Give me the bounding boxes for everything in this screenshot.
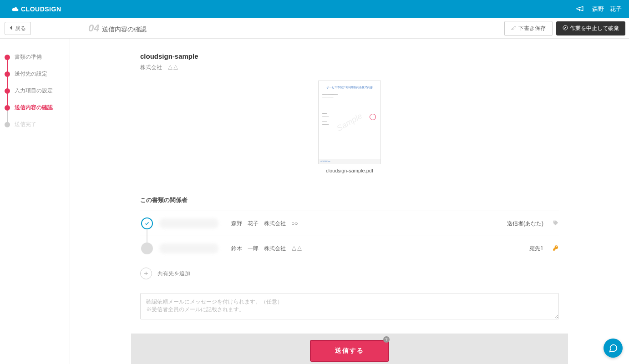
main: cloudsign-sample 株式会社 △△ サービス本製デモ利用契約条株式…	[122, 39, 577, 364]
step-item-2[interactable]: 送付先の設定	[5, 66, 70, 82]
step-label: 送信内容の確認	[15, 104, 53, 111]
back-button[interactable]: 戻る	[5, 22, 31, 35]
step-dot	[5, 88, 10, 94]
step-label: 送信完了	[15, 121, 36, 128]
subheader-left: 戻る 04 送信内容の確認	[0, 22, 147, 35]
send-bar: 送信する ?	[131, 334, 568, 364]
party-name: 森野 花子 株式会社 ○○	[224, 220, 502, 228]
parties-section-title: この書類の関係者	[140, 196, 577, 204]
step-dot	[5, 55, 10, 60]
step-dot	[5, 105, 10, 111]
page-title-area: 04 送信内容の確認	[88, 22, 147, 34]
add-share-button[interactable]	[140, 268, 152, 279]
parties-list: 森野 花子 株式会社 ○○ 送信者(あなた) 鈴木 一郎 株式会社 △△ 宛先1	[140, 211, 559, 261]
step-item-1[interactable]: 書類の準備	[5, 49, 70, 66]
party-role: 送信者(あなた)	[507, 220, 543, 228]
preview-footer: ⊙CLOUD━━	[319, 159, 380, 164]
back-label: 戻る	[15, 25, 26, 32]
add-share-label: 共有先を追加	[157, 270, 190, 278]
step-item-5: 送信完了	[5, 116, 70, 133]
subheader-right: 下書き保存 作業を中止して破棄	[504, 21, 625, 36]
party-row-recipient: 鈴木 一郎 株式会社 △△ 宛先1	[140, 236, 559, 261]
step-label: 書類の準備	[15, 53, 42, 61]
message-textarea[interactable]	[140, 293, 559, 319]
step-item-3[interactable]: 入力項目の設定	[5, 82, 70, 99]
step-label: 送付先の設定	[15, 70, 47, 78]
document-company: 株式会社 △△	[140, 64, 577, 71]
step-item-4[interactable]: 送信内容の確認	[5, 99, 70, 116]
step-list: 書類の準備 送付先の設定 入力項目の設定 送信内容の確認 送信完了	[5, 49, 70, 133]
sidebar: 書類の準備 送付先の設定 入力項目の設定 送信内容の確認 送信完了 📖 ご利用ガ…	[0, 39, 70, 364]
party-email-blurred	[159, 243, 218, 253]
party-email-blurred	[159, 218, 218, 228]
send-button-label: 送信する	[335, 347, 364, 354]
document-preview[interactable]: サービス本製デモ利用契約条株式約書 ━━━━━━━━━━━━━━━━━━━━━━…	[318, 81, 381, 164]
save-draft-button[interactable]: 下書き保存	[504, 21, 553, 36]
page-title: 送信内容の確認	[102, 25, 147, 34]
document-preview-wrap: サービス本製デモ利用契約条株式約書 ━━━━━━━━━━━━━━━━━━━━━━…	[122, 81, 577, 173]
logo-box: CLOUDSIGN	[0, 0, 70, 18]
plus-icon	[143, 271, 149, 276]
discard-label: 作業を中止して破棄	[570, 25, 619, 32]
preview-heading: サービス本製デモ利用契約条株式約書	[322, 86, 377, 90]
brand-text: CLOUDSIGN	[21, 5, 61, 13]
tag-icon[interactable]	[553, 220, 559, 228]
document-title: cloudsign-sample	[140, 52, 577, 60]
edit-icon	[511, 25, 517, 32]
send-button[interactable]: 送信する	[311, 341, 388, 361]
close-circle-icon	[563, 25, 568, 32]
stamp-circle-icon	[370, 114, 376, 120]
step-dot	[5, 122, 10, 127]
party-name: 鈴木 一郎 株式会社 △△	[224, 245, 524, 253]
help-badge-icon[interactable]: ?	[383, 336, 390, 343]
party-indicator-recipient	[141, 243, 153, 254]
logo[interactable]: CLOUDSIGN	[11, 5, 61, 13]
subheader: 戻る 04 送信内容の確認 下書き保存 作業を中止して破棄	[0, 18, 629, 39]
save-draft-label: 下書き保存	[518, 25, 546, 32]
cloud-icon	[11, 5, 19, 13]
chat-icon	[608, 343, 618, 353]
step-number: 04	[88, 22, 99, 34]
check-icon	[144, 221, 150, 226]
user-name[interactable]: 森野 花子	[592, 5, 622, 13]
header-right: 森野 花子	[576, 5, 622, 14]
content-wrapper: 書類の準備 送付先の設定 入力項目の設定 送信内容の確認 送信完了 📖 ご利用ガ…	[0, 39, 629, 364]
party-indicator-sender	[141, 217, 153, 229]
key-icon[interactable]	[553, 245, 559, 253]
discard-button[interactable]: 作業を中止して破棄	[556, 21, 625, 35]
document-filename: cloudsign-sample.pdf	[326, 168, 373, 173]
message-box	[140, 293, 559, 321]
add-share-row: 共有先を追加	[140, 261, 559, 286]
app-header: CLOUDSIGN 森野 花子	[0, 0, 629, 18]
party-row-sender: 森野 花子 株式会社 ○○ 送信者(あなた)	[140, 211, 559, 236]
announce-icon[interactable]	[576, 5, 584, 14]
chevron-left-icon	[10, 25, 13, 31]
help-bubble-button[interactable]	[604, 339, 623, 358]
step-label: 入力項目の設定	[15, 87, 53, 95]
step-dot	[5, 71, 10, 77]
party-role: 宛先1	[529, 245, 543, 253]
